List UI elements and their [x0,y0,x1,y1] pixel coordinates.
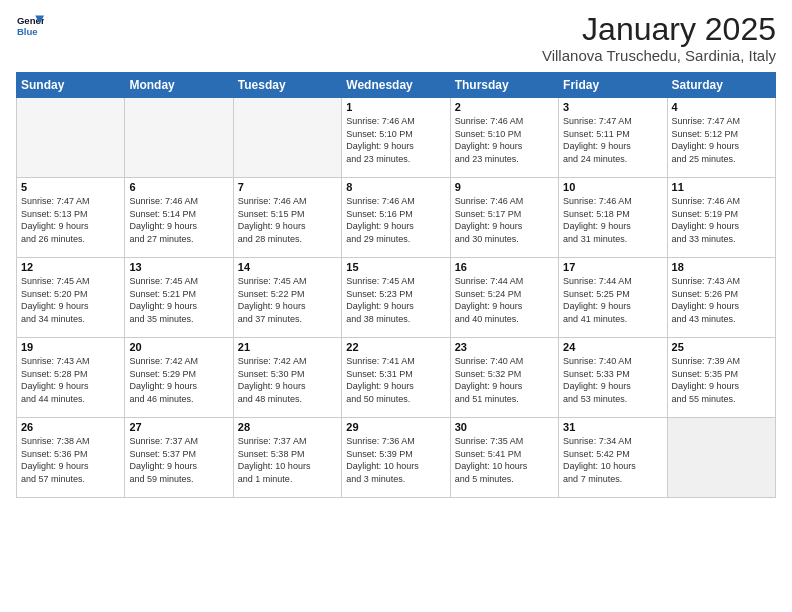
day-info: Sunrise: 7:37 AM Sunset: 5:38 PM Dayligh… [238,435,337,485]
day-cell: 12Sunrise: 7:45 AM Sunset: 5:20 PM Dayli… [17,258,125,338]
day-cell: 27Sunrise: 7:37 AM Sunset: 5:37 PM Dayli… [125,418,233,498]
week-row-4: 19Sunrise: 7:43 AM Sunset: 5:28 PM Dayli… [17,338,776,418]
day-number: 9 [455,181,554,193]
day-number: 13 [129,261,228,273]
day-info: Sunrise: 7:47 AM Sunset: 5:13 PM Dayligh… [21,195,120,245]
day-cell: 1Sunrise: 7:46 AM Sunset: 5:10 PM Daylig… [342,98,450,178]
week-row-2: 5Sunrise: 7:47 AM Sunset: 5:13 PM Daylig… [17,178,776,258]
day-info: Sunrise: 7:34 AM Sunset: 5:42 PM Dayligh… [563,435,662,485]
day-info: Sunrise: 7:35 AM Sunset: 5:41 PM Dayligh… [455,435,554,485]
day-number: 3 [563,101,662,113]
day-cell: 13Sunrise: 7:45 AM Sunset: 5:21 PM Dayli… [125,258,233,338]
day-cell: 2Sunrise: 7:46 AM Sunset: 5:10 PM Daylig… [450,98,558,178]
day-number: 8 [346,181,445,193]
day-number: 20 [129,341,228,353]
day-number: 18 [672,261,771,273]
day-info: Sunrise: 7:44 AM Sunset: 5:25 PM Dayligh… [563,275,662,325]
day-info: Sunrise: 7:38 AM Sunset: 5:36 PM Dayligh… [21,435,120,485]
day-cell: 3Sunrise: 7:47 AM Sunset: 5:11 PM Daylig… [559,98,667,178]
day-cell: 17Sunrise: 7:44 AM Sunset: 5:25 PM Dayli… [559,258,667,338]
day-number: 1 [346,101,445,113]
day-number: 2 [455,101,554,113]
day-number: 5 [21,181,120,193]
day-cell: 4Sunrise: 7:47 AM Sunset: 5:12 PM Daylig… [667,98,775,178]
day-cell: 25Sunrise: 7:39 AM Sunset: 5:35 PM Dayli… [667,338,775,418]
calendar-table: SundayMondayTuesdayWednesdayThursdayFrid… [16,72,776,498]
day-cell: 14Sunrise: 7:45 AM Sunset: 5:22 PM Dayli… [233,258,341,338]
header-cell-monday: Monday [125,73,233,98]
day-cell [667,418,775,498]
day-number: 11 [672,181,771,193]
day-cell: 23Sunrise: 7:40 AM Sunset: 5:32 PM Dayli… [450,338,558,418]
day-info: Sunrise: 7:46 AM Sunset: 5:19 PM Dayligh… [672,195,771,245]
day-info: Sunrise: 7:42 AM Sunset: 5:30 PM Dayligh… [238,355,337,405]
day-cell: 7Sunrise: 7:46 AM Sunset: 5:15 PM Daylig… [233,178,341,258]
day-cell: 16Sunrise: 7:44 AM Sunset: 5:24 PM Dayli… [450,258,558,338]
day-info: Sunrise: 7:46 AM Sunset: 5:10 PM Dayligh… [346,115,445,165]
day-number: 14 [238,261,337,273]
day-cell: 31Sunrise: 7:34 AM Sunset: 5:42 PM Dayli… [559,418,667,498]
day-number: 22 [346,341,445,353]
day-info: Sunrise: 7:47 AM Sunset: 5:12 PM Dayligh… [672,115,771,165]
day-number: 17 [563,261,662,273]
day-cell: 24Sunrise: 7:40 AM Sunset: 5:33 PM Dayli… [559,338,667,418]
day-info: Sunrise: 7:46 AM Sunset: 5:10 PM Dayligh… [455,115,554,165]
day-cell: 15Sunrise: 7:45 AM Sunset: 5:23 PM Dayli… [342,258,450,338]
day-info: Sunrise: 7:41 AM Sunset: 5:31 PM Dayligh… [346,355,445,405]
day-cell: 11Sunrise: 7:46 AM Sunset: 5:19 PM Dayli… [667,178,775,258]
day-cell: 30Sunrise: 7:35 AM Sunset: 5:41 PM Dayli… [450,418,558,498]
header-cell-tuesday: Tuesday [233,73,341,98]
day-cell: 22Sunrise: 7:41 AM Sunset: 5:31 PM Dayli… [342,338,450,418]
day-cell: 28Sunrise: 7:37 AM Sunset: 5:38 PM Dayli… [233,418,341,498]
day-number: 10 [563,181,662,193]
day-info: Sunrise: 7:46 AM Sunset: 5:18 PM Dayligh… [563,195,662,245]
day-info: Sunrise: 7:43 AM Sunset: 5:26 PM Dayligh… [672,275,771,325]
day-info: Sunrise: 7:46 AM Sunset: 5:15 PM Dayligh… [238,195,337,245]
day-number: 4 [672,101,771,113]
day-cell: 18Sunrise: 7:43 AM Sunset: 5:26 PM Dayli… [667,258,775,338]
day-info: Sunrise: 7:46 AM Sunset: 5:17 PM Dayligh… [455,195,554,245]
logo-icon: General Blue [16,12,44,40]
day-number: 7 [238,181,337,193]
day-cell: 9Sunrise: 7:46 AM Sunset: 5:17 PM Daylig… [450,178,558,258]
day-info: Sunrise: 7:45 AM Sunset: 5:22 PM Dayligh… [238,275,337,325]
day-info: Sunrise: 7:36 AM Sunset: 5:39 PM Dayligh… [346,435,445,485]
logo: General Blue [16,12,44,40]
header-cell-saturday: Saturday [667,73,775,98]
header-row: SundayMondayTuesdayWednesdayThursdayFrid… [17,73,776,98]
day-number: 28 [238,421,337,433]
day-info: Sunrise: 7:37 AM Sunset: 5:37 PM Dayligh… [129,435,228,485]
day-number: 31 [563,421,662,433]
day-number: 21 [238,341,337,353]
day-info: Sunrise: 7:40 AM Sunset: 5:32 PM Dayligh… [455,355,554,405]
day-number: 29 [346,421,445,433]
header-cell-sunday: Sunday [17,73,125,98]
day-info: Sunrise: 7:47 AM Sunset: 5:11 PM Dayligh… [563,115,662,165]
day-info: Sunrise: 7:45 AM Sunset: 5:23 PM Dayligh… [346,275,445,325]
calendar-container: General Blue January 2025 Villanova Trus… [0,0,792,506]
calendar-subtitle: Villanova Truschedu, Sardinia, Italy [542,47,776,64]
day-number: 24 [563,341,662,353]
header: General Blue January 2025 Villanova Trus… [16,12,776,64]
day-number: 12 [21,261,120,273]
day-info: Sunrise: 7:46 AM Sunset: 5:16 PM Dayligh… [346,195,445,245]
day-number: 25 [672,341,771,353]
svg-text:Blue: Blue [17,26,38,37]
day-cell: 19Sunrise: 7:43 AM Sunset: 5:28 PM Dayli… [17,338,125,418]
day-number: 19 [21,341,120,353]
day-number: 16 [455,261,554,273]
day-cell: 21Sunrise: 7:42 AM Sunset: 5:30 PM Dayli… [233,338,341,418]
title-block: January 2025 Villanova Truschedu, Sardin… [542,12,776,64]
day-info: Sunrise: 7:43 AM Sunset: 5:28 PM Dayligh… [21,355,120,405]
week-row-1: 1Sunrise: 7:46 AM Sunset: 5:10 PM Daylig… [17,98,776,178]
day-cell: 29Sunrise: 7:36 AM Sunset: 5:39 PM Dayli… [342,418,450,498]
day-info: Sunrise: 7:40 AM Sunset: 5:33 PM Dayligh… [563,355,662,405]
day-number: 23 [455,341,554,353]
day-info: Sunrise: 7:45 AM Sunset: 5:21 PM Dayligh… [129,275,228,325]
day-number: 30 [455,421,554,433]
day-cell: 20Sunrise: 7:42 AM Sunset: 5:29 PM Dayli… [125,338,233,418]
day-number: 15 [346,261,445,273]
calendar-title: January 2025 [542,12,776,47]
day-info: Sunrise: 7:39 AM Sunset: 5:35 PM Dayligh… [672,355,771,405]
day-cell: 5Sunrise: 7:47 AM Sunset: 5:13 PM Daylig… [17,178,125,258]
